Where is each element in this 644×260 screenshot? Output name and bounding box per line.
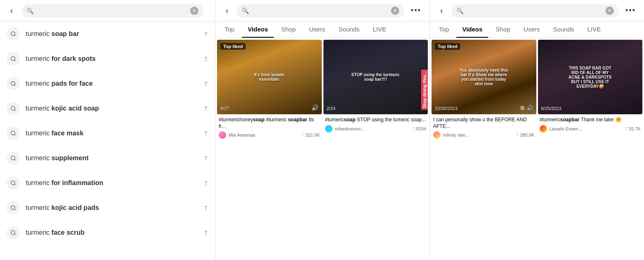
tab-bar-1: TopVideosShopUsersSoundsLIVE — [215, 22, 429, 38]
video-counter: 2/24 — [327, 106, 335, 111]
video-meta: Mia Ariannaa ♡321.0K — [219, 131, 320, 139]
video-info: I can personally show u the BEFORE AND A… — [432, 114, 536, 140]
video-card[interactable]: THIS SOAP BAR GOT RID OF ALL OF MY ACNE … — [538, 40, 643, 258]
svg-line-13 — [14, 184, 16, 185]
arrow-icon: ↗ — [201, 104, 210, 113]
search-icon — [7, 152, 20, 165]
suggestion-item[interactable]: turmeric for inflammation ↗ — [0, 171, 215, 195]
clear-button-2[interactable]: ✕ — [605, 7, 614, 15]
video-avatar — [325, 125, 333, 132]
svg-line-9 — [14, 135, 16, 136]
suggestion-item[interactable]: turmeric face scrub ↗ — [0, 220, 215, 245]
tab-bar-2: TopVideosShopUsersSoundsLIVE — [430, 22, 644, 38]
svg-line-3 — [14, 60, 16, 61]
arrow-icon: ↗ — [201, 228, 210, 238]
video-likes: ♡285.0K — [516, 132, 535, 137]
svg-line-15 — [14, 209, 16, 210]
tab-live[interactable]: LIVE — [367, 22, 392, 38]
video-title: #turmericsoapbar Thank me later 🤗 — [540, 117, 641, 123]
search-icon — [7, 201, 20, 214]
suggestion-text: turmeric pads for face — [26, 80, 197, 87]
video-likes: ♡321.0K — [301, 132, 320, 137]
back-button[interactable]: ‹ — [5, 4, 18, 17]
more-options-1[interactable]: ••• — [408, 5, 425, 17]
video-avatar — [540, 125, 547, 132]
suggestion-item[interactable]: turmeric supplement ↗ — [0, 146, 215, 171]
suggestion-text: turmeric face scrub — [26, 229, 197, 236]
video-author: milaniimonro... — [335, 126, 409, 131]
results-search-wrap-1: 🔍 ✕ — [237, 4, 404, 17]
tab-videos[interactable]: Videos — [456, 22, 488, 38]
video-likes: ♡9334 — [412, 126, 426, 131]
video-meta: milaniimonro... ♡9334 — [325, 125, 427, 132]
arrow-icon: ↗ — [201, 178, 210, 188]
video-card[interactable]: Top liked It's from lavado essentials 4/… — [217, 40, 322, 258]
video-card[interactable]: Top liked You absolutely need this bar i… — [432, 40, 536, 258]
search-icon — [7, 127, 20, 140]
search-icon — [7, 176, 20, 190]
svg-line-1 — [14, 35, 16, 36]
suggestion-item[interactable]: turmeric kojic acid pads ↗ — [0, 195, 215, 220]
tab-top[interactable]: Top — [219, 22, 240, 38]
svg-line-5 — [14, 85, 16, 86]
video-overlay-text: THIS SOAP BAR GOT RID OF ALL OF MY ACNE … — [564, 64, 616, 90]
video-thumb-wrap[interactable]: Top liked It's from lavado essentials 4/… — [217, 40, 322, 114]
video-counter: 8/25/2023 — [541, 106, 562, 111]
results-panel-1: ‹ 🔍 ✕ ••• TopVideosShopUsersSoundsLIVE T… — [215, 0, 430, 260]
video-meta: Lavado Essen... ♡15.7K — [540, 125, 641, 132]
results-header-1: ‹ 🔍 ✕ ••• — [215, 0, 429, 22]
arrow-icon: ↗ — [201, 129, 210, 138]
svg-point-10 — [11, 156, 15, 160]
tab-users[interactable]: Users — [518, 22, 545, 38]
suggestion-item[interactable]: turmeric face mask ↗ — [0, 121, 215, 146]
tab-users[interactable]: Users — [303, 22, 331, 38]
video-overlay-text: STOP using the turmeric soap bar!!!! — [350, 71, 402, 83]
svg-point-0 — [11, 32, 15, 36]
tab-sounds[interactable]: Sounds — [333, 22, 365, 38]
search-icon — [7, 102, 20, 115]
suggestion-text: turmeric for inflammation — [26, 179, 197, 187]
back-button-2[interactable]: ‹ — [435, 4, 448, 17]
tab-live[interactable]: LIVE — [581, 22, 607, 38]
suggestion-item[interactable]: turmeric kojic acid soap ↗ — [0, 96, 215, 121]
suggestion-text: turmeric kojic acid soap — [26, 105, 197, 112]
search-suggestions-panel: ‹ 🔍 ✕ turmeric soap bar ↗ turmeric for d… — [0, 0, 215, 260]
suggestion-item[interactable]: turmeric pads for face ↗ — [0, 71, 215, 96]
video-likes: ♡15.7K — [624, 126, 641, 131]
video-overlay-text: You absolutely need this bar if u Show m… — [458, 66, 510, 88]
svg-point-8 — [11, 131, 15, 135]
arrow-icon: ↗ — [201, 79, 210, 89]
heart-icon: ♡ — [301, 133, 305, 137]
suggestion-item[interactable]: turmeric soap bar ↗ — [0, 22, 215, 46]
back-button-1[interactable]: ‹ — [220, 4, 234, 17]
svg-point-14 — [11, 206, 15, 209]
heart-icon: ♡ — [516, 133, 519, 137]
search-icon — [7, 77, 20, 90]
tab-shop[interactable]: Shop — [275, 22, 301, 38]
clear-button[interactable]: ✕ — [190, 7, 198, 15]
results-panel-2: ‹ 🔍 ✕ ••• TopVideosShopUsersSoundsLIVE T… — [430, 0, 644, 260]
svg-point-2 — [11, 57, 15, 60]
clear-button-1[interactable]: ✕ — [391, 7, 399, 15]
video-thumb-wrap[interactable]: Top liked You absolutely need this bar i… — [432, 40, 536, 114]
search-icon — [7, 52, 20, 65]
video-author: Lavado Essen... — [550, 126, 622, 131]
tab-shop[interactable]: Shop — [490, 22, 516, 38]
video-info: #tumericsoap STOP using the tumeric soap… — [323, 114, 428, 134]
tab-sounds[interactable]: Sounds — [547, 22, 580, 38]
tab-top[interactable]: Top — [433, 22, 455, 38]
suggestion-text: turmeric kojic acid pads — [26, 204, 197, 212]
tab-videos[interactable]: Videos — [242, 22, 274, 38]
video-thumb-wrap[interactable]: STOP using the turmeric soap bar!!!! Sto… — [323, 40, 428, 114]
sound-icon: 🔊 — [311, 104, 318, 111]
suggestion-item[interactable]: turmeric for dark spots ↗ — [0, 46, 215, 71]
video-counter: 4/27 — [220, 106, 229, 111]
video-card[interactable]: STOP using the turmeric soap bar!!!! Sto… — [323, 40, 428, 258]
search-icon: 🔍 — [27, 7, 34, 14]
suggestion-text: turmeric soap bar — [26, 30, 197, 38]
heart-icon: ♡ — [624, 126, 628, 131]
more-options-2[interactable]: ••• — [622, 5, 639, 17]
video-title: #tumericsoap STOP using the tumeric soap… — [325, 117, 427, 123]
videos-grid-2: Top liked You absolutely need this bar i… — [430, 38, 644, 260]
video-thumb-wrap[interactable]: THIS SOAP BAR GOT RID OF ALL OF MY ACNE … — [538, 40, 643, 114]
